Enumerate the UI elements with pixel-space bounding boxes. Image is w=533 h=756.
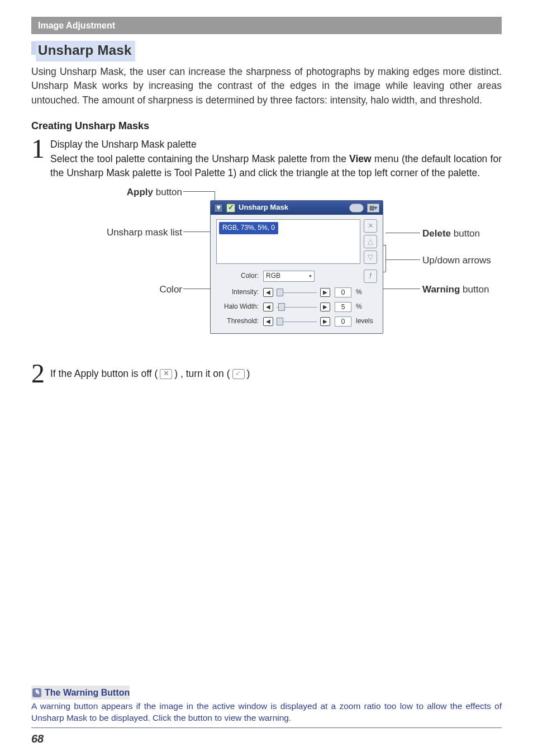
palette-diagram: Apply button Unsharp mask list Color Del… xyxy=(31,186,502,359)
unsharp-mask-list-item[interactable]: RGB, 73%, 5%, 0 xyxy=(219,222,278,234)
step-2: 2 If the Apply button is off ( ✕ ) , tur… xyxy=(31,362,502,385)
halo-value-input[interactable]: 5 xyxy=(335,302,351,312)
move-down-button[interactable]: ▽ xyxy=(364,251,377,264)
step1-head: Display the Unsharp Mask palette xyxy=(50,138,502,152)
apply-on-icon: ✓ xyxy=(232,369,245,379)
intensity-decrease-button[interactable]: ◀ xyxy=(263,288,273,297)
intensity-increase-button[interactable]: ▶ xyxy=(320,288,330,297)
threshold-slider[interactable] xyxy=(277,320,317,323)
threshold-increase-button[interactable]: ▶ xyxy=(320,317,330,326)
apply-off-icon: ✕ xyxy=(160,369,172,379)
unsharp-mask-palette: ▾ ✓ Unsharp Mask ▤▾ RGB, 73%, 5%, 0 ✕ △ … xyxy=(210,200,383,334)
halo-increase-button[interactable]: ▶ xyxy=(320,303,330,311)
step-number-2: 2 xyxy=(31,362,47,385)
unsharp-mask-list-callout: Unsharp mask list xyxy=(70,226,182,240)
tip-icon: ✎ xyxy=(32,688,41,697)
intensity-label: Intensity: xyxy=(216,287,259,297)
page-title: Unsharp Mask xyxy=(36,41,135,62)
subheading: Creating Unsharp Masks xyxy=(31,119,502,133)
halo-width-label: Halo Width: xyxy=(216,302,259,311)
updown-arrows-callout: Up/down arrows xyxy=(422,254,491,268)
halo-slider[interactable] xyxy=(277,306,317,308)
palette-title-text: Unsharp Mask xyxy=(239,202,346,213)
step1-body-a: Select the tool palette containing the U… xyxy=(50,153,349,164)
section-header: Image Adjustment xyxy=(31,17,502,34)
step2-text-b: ) , turn it on ( xyxy=(174,367,230,381)
intensity-value-input[interactable]: 0 xyxy=(335,287,351,297)
warning-button-callout: Warning button xyxy=(422,283,489,297)
footer-tip: ✎ The Warning Button A warning button ap… xyxy=(31,686,502,728)
title-accent xyxy=(31,41,36,55)
page-number: 68 xyxy=(31,731,44,747)
halo-unit: % xyxy=(356,302,377,311)
step2-text-c: ) xyxy=(247,367,250,381)
page-title-row: Unsharp Mask xyxy=(31,41,502,62)
step-1: 1 Display the Unsharp Mask palette Selec… xyxy=(31,138,502,180)
move-up-button[interactable]: △ xyxy=(364,235,377,248)
warning-button[interactable]: ! xyxy=(364,270,377,283)
palette-menu-icon[interactable]: ▤▾ xyxy=(367,204,379,212)
threshold-unit: levels xyxy=(356,316,377,326)
palette-header-pill-icon[interactable] xyxy=(349,204,364,212)
apply-button-callout: Apply button xyxy=(98,186,182,200)
palette-titlebar: ▾ ✓ Unsharp Mask ▤▾ xyxy=(211,201,383,215)
color-select-value: RGB xyxy=(266,271,280,281)
threshold-value-input[interactable]: 0 xyxy=(335,316,351,327)
intensity-slider[interactable] xyxy=(277,291,317,294)
halo-decrease-button[interactable]: ◀ xyxy=(263,303,273,311)
color-callout: Color xyxy=(126,283,182,297)
threshold-label: Threshold: xyxy=(216,316,259,326)
delete-button[interactable]: ✕ xyxy=(364,219,377,233)
step2-text-a: If the Apply button is off ( xyxy=(50,367,158,381)
threshold-decrease-button[interactable]: ◀ xyxy=(263,317,273,326)
chevron-down-icon: ▾ xyxy=(309,272,312,281)
unsharp-mask-list[interactable]: RGB, 73%, 5%, 0 xyxy=(216,219,360,264)
footer-text: A warning button appears if the image in… xyxy=(31,701,502,728)
delete-button-callout: Delete button xyxy=(422,227,480,241)
footer-title: The Warning Button xyxy=(45,686,130,699)
step1-body-bold: View xyxy=(349,153,372,164)
intro-paragraph: Using Unsharp Mask, the user can increas… xyxy=(31,65,502,107)
step-number-1: 1 xyxy=(31,138,47,180)
color-label: Color: xyxy=(216,271,259,281)
collapse-triangle-icon[interactable]: ▾ xyxy=(214,204,223,212)
apply-toggle-icon[interactable]: ✓ xyxy=(226,204,235,212)
intensity-unit: % xyxy=(356,287,377,297)
color-select[interactable]: RGB ▾ xyxy=(263,271,315,282)
